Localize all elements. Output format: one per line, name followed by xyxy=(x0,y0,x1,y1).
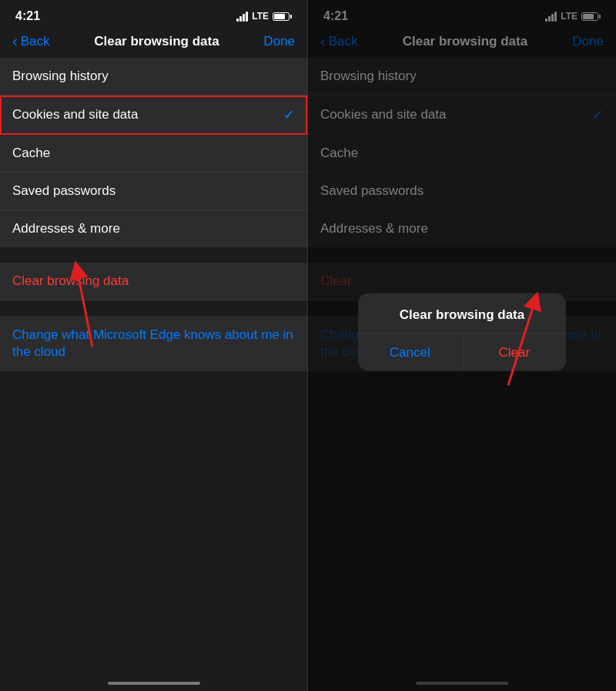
dialog-cancel-button[interactable]: Cancel xyxy=(358,334,463,371)
done-button-left[interactable]: Done xyxy=(263,34,295,49)
browsing-history-label-left: Browsing history xyxy=(12,69,109,84)
back-button-left[interactable]: ‹ Back xyxy=(12,32,49,50)
dialog-title: Clear browsing data xyxy=(358,293,566,333)
nav-bar-left: ‹ Back Clear browsing data Done xyxy=(0,29,307,58)
saved-passwords-label-left: Saved passwords xyxy=(12,183,116,199)
clear-dialog: Clear browsing data Cancel Clear xyxy=(358,293,566,371)
dialog-clear-button[interactable]: Clear xyxy=(463,334,567,371)
dialog-buttons: Cancel Clear xyxy=(358,334,566,371)
cloud-section-left: Change what Microsoft Edge knows about m… xyxy=(0,316,307,371)
signal-icon-left xyxy=(236,12,248,22)
cloud-link-left[interactable]: Change what Microsoft Edge knows about m… xyxy=(0,316,307,371)
home-indicator-left xyxy=(108,682,200,685)
lte-label-left: LTE xyxy=(252,11,269,22)
clear-section-left: Clear browsing data xyxy=(0,263,307,300)
addresses-label-left: Addresses & more xyxy=(12,221,120,236)
right-screen: 4:21 LTE ‹ Back Clear browsing data Done xyxy=(308,0,616,691)
addresses-item-left[interactable]: Addresses & more xyxy=(0,210,307,247)
status-bar-left: 4:21 LTE xyxy=(0,0,307,29)
saved-passwords-item-left[interactable]: Saved passwords xyxy=(0,173,307,210)
left-screen: 4:21 LTE ‹ Back Clear browsing data Done xyxy=(0,0,308,691)
checkmark-icon-left: ✓ xyxy=(283,106,295,123)
cache-label-left: Cache xyxy=(12,146,50,161)
cookies-label-left: Cookies and site data xyxy=(12,107,139,122)
status-icons-left: LTE xyxy=(236,11,292,22)
section-gap-2-left xyxy=(0,300,307,316)
nav-title-left: Clear browsing data xyxy=(94,34,219,49)
section-gap-1-left xyxy=(0,247,307,263)
chevron-left-icon: ‹ xyxy=(12,32,18,50)
battery-icon-left xyxy=(273,12,292,21)
status-time-left: 4:21 xyxy=(15,9,40,23)
settings-list-left: Browsing history Cookies and site data ✓… xyxy=(0,58,307,247)
clear-button-left[interactable]: Clear browsing data xyxy=(0,263,307,300)
cookies-item-left[interactable]: Cookies and site data ✓ xyxy=(0,96,307,135)
browsing-history-item-left[interactable]: Browsing history xyxy=(0,58,307,96)
back-label-left: Back xyxy=(21,34,50,49)
cache-item-left[interactable]: Cache xyxy=(0,135,307,173)
